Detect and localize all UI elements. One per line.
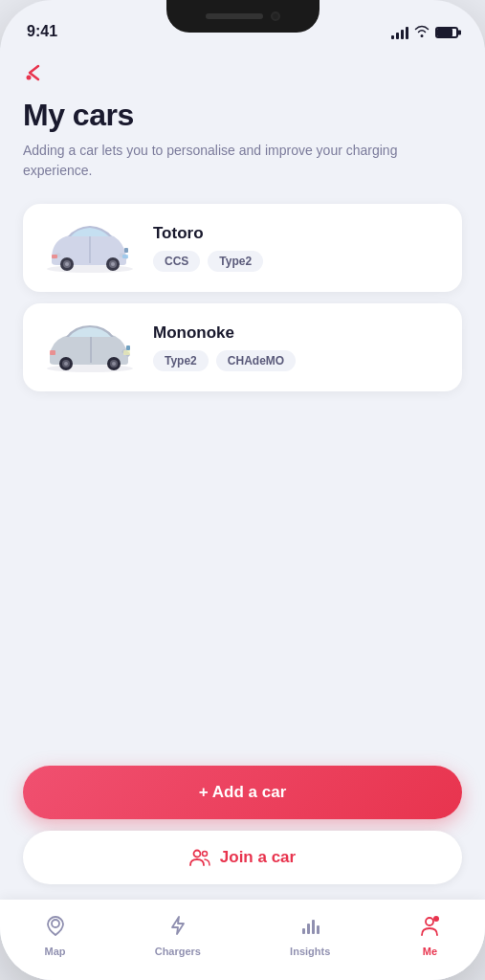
svg-rect-22	[126, 345, 130, 350]
wifi-icon	[414, 24, 430, 40]
car-tags-mononoke: Type2 CHAdeMO	[153, 350, 296, 371]
insights-icon	[299, 915, 320, 942]
back-button[interactable]	[23, 63, 462, 82]
car-tags-totoro: CCS Type2	[153, 251, 263, 272]
join-car-label: Join a car	[220, 848, 296, 867]
charger-icon	[167, 915, 188, 942]
svg-rect-27	[307, 924, 310, 934]
svg-point-1	[47, 265, 133, 273]
phone-notch	[166, 0, 320, 33]
main-screen: My cars Adding a car lets you to persona…	[0, 48, 485, 980]
tag-chademo: CHAdeMO	[216, 350, 296, 371]
car-name-mononoke: Mononoke	[153, 323, 296, 343]
status-time: 9:41	[27, 23, 57, 40]
svg-point-31	[433, 916, 439, 922]
svg-rect-26	[302, 928, 305, 934]
camera	[271, 11, 280, 21]
svg-rect-15	[50, 350, 55, 355]
join-car-icon	[189, 849, 210, 866]
add-car-button[interactable]: + Add a car	[23, 766, 462, 819]
phone-frame: 9:41	[0, 0, 485, 980]
nav-label-me: Me	[423, 946, 437, 957]
svg-point-0	[27, 76, 32, 80]
nav-item-insights[interactable]: Insights	[271, 911, 349, 961]
svg-rect-4	[52, 255, 57, 258]
svg-rect-28	[312, 920, 315, 934]
action-buttons: + Add a car Join a car	[23, 743, 462, 900]
car-image-totoro	[42, 219, 138, 277]
bottom-nav: Map Chargers	[0, 900, 485, 980]
nav-item-map[interactable]: Map	[26, 911, 85, 961]
svg-point-7	[65, 262, 69, 266]
svg-rect-14	[123, 350, 130, 355]
nav-label-insights: Insights	[290, 946, 330, 957]
car-card-mononoke[interactable]: Mononoke Type2 CHAdeMO	[23, 303, 462, 391]
battery-icon	[435, 27, 458, 38]
car-list: Totoro CCS Type2	[23, 204, 462, 391]
join-car-button[interactable]: Join a car	[23, 831, 462, 884]
svg-rect-3	[122, 255, 128, 258]
svg-point-18	[64, 362, 68, 366]
page-title: My cars	[23, 98, 462, 133]
nav-item-chargers[interactable]: Chargers	[136, 911, 220, 961]
svg-point-21	[112, 362, 116, 366]
svg-point-24	[202, 852, 207, 857]
car-image-mononoke	[42, 319, 138, 376]
car-info-mononoke: Mononoke Type2 CHAdeMO	[153, 323, 296, 371]
status-icons	[391, 24, 458, 40]
car-card-totoro[interactable]: Totoro CCS Type2	[23, 204, 462, 292]
nav-label-chargers: Chargers	[155, 946, 201, 957]
nav-item-me[interactable]: Me	[400, 911, 459, 961]
svg-point-30	[426, 918, 433, 925]
car-name-totoro: Totoro	[153, 224, 263, 243]
speaker	[206, 13, 263, 19]
svg-point-25	[52, 920, 59, 927]
svg-rect-11	[124, 248, 128, 253]
nav-label-map: Map	[45, 946, 66, 957]
add-car-label: + Add a car	[199, 783, 287, 802]
page-subtitle: Adding a car lets you to personalise and…	[23, 141, 462, 181]
svg-point-10	[111, 262, 115, 266]
tag-type2-totoro: Type2	[208, 251, 263, 272]
car-info-totoro: Totoro CCS Type2	[153, 224, 263, 272]
map-icon	[45, 915, 66, 942]
signal-icon	[391, 26, 408, 39]
tag-ccs: CCS	[153, 251, 200, 272]
svg-rect-29	[317, 925, 320, 934]
svg-point-23	[193, 851, 200, 858]
tag-type2-mononoke: Type2	[153, 350, 209, 371]
me-icon	[419, 915, 440, 942]
